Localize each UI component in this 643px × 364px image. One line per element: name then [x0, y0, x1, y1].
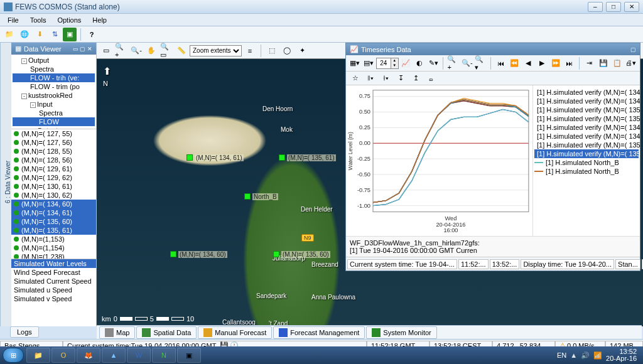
hours-input[interactable] [377, 60, 391, 67]
location-item[interactable]: (M,N)=(1,238) [11, 252, 96, 259]
location-list[interactable]: (M,N)=( 127, 55)(M,N)=( 127, 56)(M,N)=( … [11, 129, 96, 259]
legend-item[interactable]: [1] H.simulated verify (M,N)=( 135, 60) [534, 141, 639, 149]
panel-controls-icon[interactable]: ▭ ▢ ✕ [73, 46, 92, 52]
location-item[interactable]: (M,N)=( 128, 55) [11, 147, 96, 156]
task-word[interactable]: W [127, 348, 151, 363]
toggle-icon[interactable]: ◐ [413, 56, 426, 70]
legend-item[interactable]: [1] H.simulated verify (M,N)=( 134, 60) [534, 123, 639, 132]
menu-help[interactable]: Help [87, 15, 112, 25]
legend-item[interactable]: [1] H.simulated verify (M,N)=( 135, 61) [534, 114, 639, 123]
location-item[interactable]: (M,N)=( 129, 62) [11, 173, 96, 182]
line-icon[interactable]: 📈 [399, 56, 413, 70]
task-explorer[interactable]: 📁 [26, 348, 50, 363]
grid-icon[interactable]: ▤▾ [362, 56, 376, 70]
select-area-icon[interactable]: ⬚ [265, 44, 279, 58]
zoom-out-icon[interactable]: 🔍- [129, 44, 143, 58]
task-fews[interactable]: ▲ [102, 348, 126, 363]
bottom-tab[interactable]: Spatial Data [136, 326, 197, 339]
timeseries-window[interactable]: 📈 Timeseries Data ▢ ▦▾ ▤▾ ▲▼ 📈 ◐ ✎▾ 🔍+ 🔍… [345, 43, 640, 271]
bottom-tab[interactable]: Forecast Management [273, 326, 365, 339]
map-point-marker[interactable] [273, 251, 279, 257]
tree-item[interactable]: FLOW - trih (ve: [13, 73, 95, 82]
location-item[interactable]: (M,N)=( 130, 61) [11, 182, 96, 191]
map-point-north-b[interactable] [244, 193, 251, 200]
parameter-item[interactable]: Simulated u Speed [11, 286, 96, 294]
tree-item[interactable]: Spectra [13, 65, 95, 73]
bottom-tab[interactable]: System Monitor [366, 326, 436, 339]
zoom-in-icon[interactable]: 🔍+ [446, 56, 460, 70]
legend-item[interactable]: [1] H.simulated verify (M,N)=( 135, 61) [534, 149, 639, 158]
network-icon[interactable]: 🔊 [581, 351, 590, 360]
prev-fast-icon[interactable]: ⏪ [508, 56, 521, 70]
location-item[interactable]: (M,N)=( 134, 61) [11, 208, 96, 217]
threshold-icon[interactable]: ⏛ [424, 72, 438, 85]
systray[interactable]: EN ▲ 🔊 📶 13:52 20-Apr-16 [557, 348, 640, 362]
stepper-up-icon[interactable]: ▲ [391, 58, 398, 63]
wifi-icon[interactable]: 📶 [593, 351, 602, 360]
legend-item[interactable]: [1] H.simulated North_B [534, 167, 639, 176]
layers-icon[interactable]: ≡ [243, 44, 257, 58]
zoom-auto-icon[interactable]: 🔍▾ [474, 56, 487, 70]
tree-item[interactable]: Spectra [13, 109, 95, 117]
next-fast-icon[interactable]: ⏩ [549, 56, 563, 70]
parameter-item[interactable]: Simulated Current Speed [11, 277, 96, 286]
menu-file[interactable]: File [3, 15, 24, 25]
location-item[interactable]: (M,N)=( 130, 62) [11, 191, 96, 200]
tree-item[interactable]: -Input [13, 100, 95, 109]
monitor-icon[interactable]: ▣ [63, 28, 77, 41]
select-icon[interactable]: ▭ [99, 44, 113, 58]
location-item[interactable]: (M,N)=( 127, 56) [11, 138, 96, 147]
logs-button[interactable]: Logs [10, 326, 39, 338]
flag-icon[interactable]: ▲ [570, 351, 577, 359]
maximize-button[interactable]: □ [606, 2, 621, 12]
location-item[interactable]: (M,N)=( 128, 56) [11, 156, 96, 164]
location-item[interactable]: (M,N)=(1,153) [11, 235, 96, 244]
parameter-item[interactable]: Wind Speed Forecast [11, 268, 96, 277]
scale-icon[interactable]: ⫲▾ [379, 72, 392, 85]
tree-item[interactable]: -kuststrookRed [13, 91, 95, 100]
menu-tools[interactable]: Tools [25, 15, 51, 25]
location-item[interactable]: (M,N)=( 127, 55) [11, 129, 96, 138]
edit-icon[interactable]: ✎▾ [427, 56, 440, 70]
data-tree[interactable]: -OutputSpectraFLOW - trih (ve:FLOW - tri… [11, 55, 96, 129]
map-point-marker[interactable] [186, 154, 193, 161]
location-item[interactable]: (M,N)=( 135, 61) [11, 226, 96, 235]
legend-item[interactable]: [1] H.simulated North_B [534, 158, 639, 167]
star-icon[interactable]: ☆ [349, 72, 362, 85]
next-icon[interactable]: ▶ [536, 56, 549, 70]
start-icon[interactable]: ↧ [394, 72, 408, 85]
open-icon[interactable]: 📁 [3, 28, 16, 41]
export-icon[interactable]: ⇥ [583, 56, 596, 70]
location-item[interactable]: (M,N)=( 134, 60) [11, 200, 96, 208]
parameter-item[interactable]: Simulated v Speed [11, 294, 96, 303]
close-button[interactable]: ✕ [624, 2, 639, 12]
minimize-button[interactable]: – [588, 2, 603, 12]
timeseries-titlebar[interactable]: 📈 Timeseries Data ▢ [346, 43, 640, 55]
side-tab-data-viewer[interactable]: 6 : Data Viewer [0, 43, 11, 326]
zoom-in-icon[interactable]: 🔍+ [114, 44, 128, 58]
menu-options[interactable]: Options [52, 15, 86, 25]
split-icon[interactable]: ⫴▾ [364, 72, 377, 85]
bottom-tab[interactable]: Manual Forecast [198, 326, 272, 339]
tree-item[interactable]: -Output [13, 56, 95, 65]
help-icon[interactable]: ? [85, 28, 99, 41]
task-firefox[interactable]: 🦊 [77, 348, 100, 363]
end-icon[interactable]: ↥ [409, 72, 423, 85]
lang-indicator[interactable]: EN [557, 351, 566, 359]
task-cmd[interactable]: ▣ [177, 348, 201, 363]
legend-item[interactable]: [1] H.simulated verify (M,N)=( 135, 60) [534, 105, 639, 114]
pan-icon[interactable]: ✋ [144, 44, 158, 58]
location-item[interactable]: (M,N)=( 135, 60) [11, 217, 96, 226]
legend-item[interactable]: [1] H.simulated verify (M,N)=( 134, 61) [534, 97, 639, 105]
panel-maximize-icon[interactable]: ▢ [630, 46, 636, 53]
data-viewer-title[interactable]: Data Viewer ▭ ▢ ✕ [11, 43, 96, 55]
save-icon[interactable]: 💾 [597, 56, 610, 70]
clock[interactable]: 13:52 20-Apr-16 [606, 348, 637, 362]
zoom-extents-select[interactable]: Zoom extents [190, 45, 242, 56]
forecast-icon[interactable]: ⬇ [33, 28, 46, 41]
legend-item[interactable]: [1] H.simulated verify (M,N)=( 134, 61) [534, 132, 639, 141]
management-icon[interactable]: ⇅ [48, 28, 62, 41]
zoom-box-icon[interactable]: 🔍▭ [159, 44, 173, 58]
parameter-list[interactable]: Simulated Water LevelsWind Speed Forecas… [11, 259, 96, 326]
lasso-icon[interactable]: ◯ [280, 44, 294, 58]
